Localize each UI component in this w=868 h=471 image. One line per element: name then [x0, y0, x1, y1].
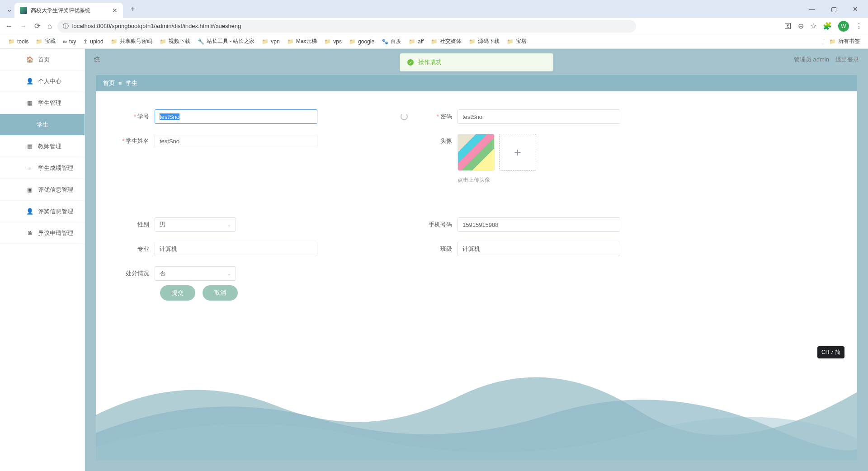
- sidebar-item-grade-mgmt[interactable]: ≡学生成绩管理: [0, 157, 85, 179]
- browser-toolbar: ← → ⟳ ⌂ ⓘ localhost:8080/springbootqbtn1…: [0, 18, 868, 34]
- bookmark-item[interactable]: google: [346, 37, 377, 47]
- grid-icon: ▦: [26, 143, 33, 150]
- bookmark-item[interactable]: tools: [5, 37, 31, 47]
- chevron-down-icon: ⌄: [227, 271, 231, 277]
- logout-link[interactable]: 退出登录: [835, 56, 859, 64]
- chevron-down-icon: ⌄: [227, 222, 231, 228]
- student-id-input[interactable]: [155, 109, 317, 124]
- site-info-icon[interactable]: ⓘ: [63, 22, 69, 30]
- form-panel: *学号 *密码 *学生姓名 头像 +: [96, 91, 857, 460]
- loading-spinner-icon: [401, 113, 408, 120]
- upload-avatar-button[interactable]: +: [499, 134, 536, 171]
- bookmark-item[interactable]: Max云梯: [284, 36, 320, 47]
- password-key-icon[interactable]: ⚿: [784, 22, 792, 30]
- browser-tab-active[interactable]: 高校大学生评奖评优系统 ✕: [14, 3, 123, 18]
- extensions-icon[interactable]: 🧩: [823, 22, 832, 30]
- bookmark-item[interactable]: vpn: [259, 37, 282, 47]
- user-icon: 👤: [26, 78, 33, 85]
- list-icon: ≡: [26, 165, 33, 171]
- sidebar-item-home[interactable]: 🏠首页: [0, 49, 85, 71]
- new-tab-button[interactable]: +: [127, 3, 139, 15]
- close-tab-icon[interactable]: ✕: [112, 7, 118, 14]
- decorative-waves: [96, 325, 857, 460]
- all-bookmarks-button[interactable]: 所有书签: [826, 36, 863, 47]
- sidebar-item-award-mgmt[interactable]: 👤评奖信息管理: [0, 201, 85, 222]
- doc-icon: 🗎: [26, 230, 33, 236]
- nav-reload-icon[interactable]: ⟳: [34, 22, 40, 30]
- bookmark-item[interactable]: 宝藏: [33, 36, 58, 47]
- sidebar-item-profile[interactable]: 👤个人中心: [0, 71, 85, 92]
- admin-label[interactable]: 管理员 admin: [794, 56, 829, 64]
- tab-search-dropdown[interactable]: ⌄: [4, 4, 14, 14]
- major-input[interactable]: [155, 242, 317, 256]
- bookmark-item[interactable]: aff: [406, 37, 426, 47]
- success-check-icon: ✓: [407, 59, 414, 66]
- nav-back-icon[interactable]: ←: [5, 22, 13, 30]
- browser-tab-strip: ⌄ 高校大学生评奖评优系统 ✕ + — ▢ ✕: [0, 0, 868, 18]
- password-input[interactable]: [458, 109, 620, 124]
- success-toast: ✓ 操作成功: [400, 53, 553, 71]
- address-bar[interactable]: ⓘ localhost:8080/springbootqbtn1/admin/d…: [57, 20, 636, 33]
- bookmark-item[interactable]: ∞ txy: [60, 37, 79, 47]
- gender-select[interactable]: 男⌄: [155, 217, 236, 232]
- browser-menu-icon[interactable]: ⋮: [855, 22, 863, 30]
- bookmark-star-icon[interactable]: ☆: [810, 22, 816, 30]
- nav-home-icon[interactable]: ⌂: [47, 22, 52, 30]
- zoom-icon[interactable]: ⊖: [798, 22, 804, 30]
- window-controls: — ▢ ✕: [803, 2, 864, 16]
- bookmark-item[interactable]: 宝塔: [504, 36, 529, 47]
- window-close-icon[interactable]: ✕: [846, 2, 864, 16]
- sidebar-item-student[interactable]: 学生: [0, 114, 85, 136]
- tab-favicon-icon: [20, 7, 27, 14]
- nav-forward-icon[interactable]: →: [20, 22, 27, 30]
- sidebar-nav: 🏠首页 👤个人中心 ▦学生管理 学生 ▦教师管理 ≡学生成绩管理 ▣评优信息管理…: [0, 49, 85, 471]
- punishment-select[interactable]: 否⌄: [155, 266, 236, 281]
- chart-icon: ▣: [26, 186, 33, 193]
- bookmark-item[interactable]: vps: [321, 37, 344, 47]
- toast-text: 操作成功: [418, 58, 442, 66]
- breadcrumb-home[interactable]: 首页: [103, 79, 115, 87]
- phone-input[interactable]: [458, 217, 620, 232]
- bookmark-item[interactable]: 源码下载: [466, 36, 502, 47]
- bookmark-item[interactable]: 🔧 站长工具 - 站长之家: [195, 36, 258, 47]
- breadcrumb: 首页 ≡ 学生: [96, 75, 857, 91]
- bookmark-item[interactable]: 🐾 百度: [379, 36, 404, 47]
- grid-icon: ▦: [26, 99, 33, 106]
- cancel-button[interactable]: 取消: [203, 285, 238, 301]
- bookmarks-bar: tools 宝藏 ∞ txy ↥ uplod 共享账号密码 视频下载 🔧 站长工…: [0, 34, 868, 49]
- sidebar-item-teacher-mgmt[interactable]: ▦教师管理: [0, 136, 85, 157]
- bookmark-item[interactable]: ↥ uplod: [80, 37, 106, 47]
- home-icon: 🏠: [26, 56, 33, 63]
- breadcrumb-sep-icon: ≡: [118, 80, 122, 87]
- url-text: localhost:8080/springbootqbtn1/admin/dis…: [72, 23, 241, 29]
- window-maximize-icon[interactable]: ▢: [825, 2, 843, 16]
- sidebar-item-dispute-mgmt[interactable]: 🗎异议申请管理: [0, 222, 85, 244]
- ime-indicator[interactable]: CH ♪ 简: [817, 346, 844, 358]
- bookmark-item[interactable]: 视频下载: [157, 36, 193, 47]
- class-input[interactable]: [458, 242, 620, 256]
- bookmark-item[interactable]: 共享账号密码: [108, 36, 155, 47]
- user-icon: 👤: [26, 208, 33, 215]
- sidebar-item-student-mgmt[interactable]: ▦学生管理: [0, 92, 85, 114]
- window-minimize-icon[interactable]: —: [803, 2, 821, 16]
- upload-hint: 点击上传头像: [458, 176, 620, 184]
- avatar-thumbnail[interactable]: [458, 134, 495, 171]
- student-name-input[interactable]: [155, 134, 317, 148]
- submit-button[interactable]: 提交: [160, 285, 195, 301]
- breadcrumb-current: 学生: [126, 79, 137, 87]
- profile-avatar[interactable]: W: [838, 21, 849, 32]
- tab-title: 高校大学生评奖评优系统: [31, 7, 108, 14]
- sidebar-item-excellence-mgmt[interactable]: ▣评优信息管理: [0, 179, 85, 201]
- bookmark-item[interactable]: 社交媒体: [428, 36, 464, 47]
- system-name-fragment: 统: [94, 56, 100, 64]
